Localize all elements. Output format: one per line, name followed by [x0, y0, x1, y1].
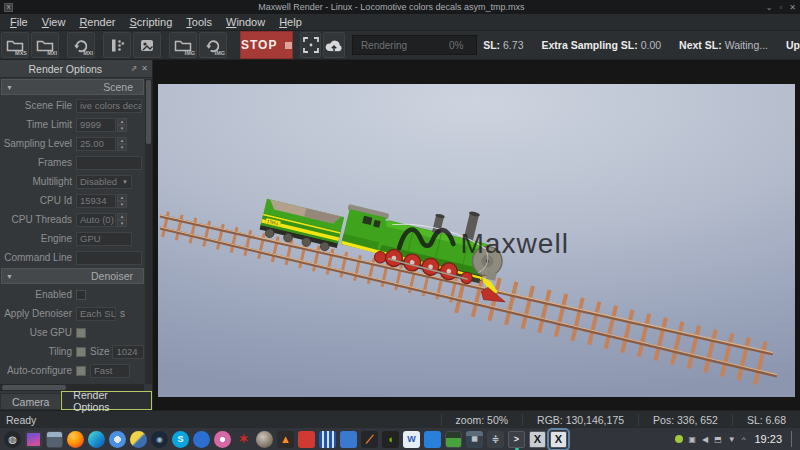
playonlinux-icon[interactable]: [130, 431, 147, 448]
multilight-editor-button[interactable]: [103, 32, 131, 58]
tab-camera[interactable]: Camera: [0, 393, 61, 410]
time-limit-input[interactable]: 9999: [76, 118, 116, 132]
display-settings-icon[interactable]: [25, 431, 42, 448]
region-brackets-icon: [302, 36, 320, 54]
red-star-app-icon[interactable]: ✶: [235, 431, 252, 448]
sampling-level-row: Sampling Level 25.00 ▲▼: [0, 134, 144, 153]
titlebar[interactable]: X Maxwell Render - Linux - Locomotive co…: [0, 0, 800, 14]
region-render-button[interactable]: [300, 32, 320, 58]
command-line-input[interactable]: [76, 251, 142, 265]
status-sl: SL: 6.68: [732, 414, 800, 426]
cloud-render-button[interactable]: [323, 32, 345, 58]
panel-vertical-scrollbar[interactable]: [145, 79, 152, 384]
open-img-button[interactable]: IMG: [169, 32, 197, 58]
tray-display-icon[interactable]: ⬒: [714, 435, 722, 444]
sampling-level-input[interactable]: 25.00: [76, 137, 116, 151]
cpu-id-spinner[interactable]: ▲▼: [117, 194, 127, 208]
konsole-task-icon[interactable]: >: [508, 431, 525, 448]
panel-header[interactable]: Render Options ⇗ ✕: [0, 60, 152, 78]
maxwell-task-icon[interactable]: X: [529, 431, 546, 448]
app-launcher-icon[interactable]: ◍: [4, 431, 21, 448]
chromium-icon[interactable]: [109, 431, 126, 448]
next-sl-stat: Next SL: Waiting...: [679, 39, 768, 51]
system-monitor-icon[interactable]: [445, 431, 462, 448]
menu-render[interactable]: Render: [72, 15, 122, 29]
resume-img-button[interactable]: IMG: [199, 32, 227, 58]
multilight-dropdown[interactable]: Disabled▼: [76, 175, 132, 189]
kate-editor-icon[interactable]: ⟋: [361, 431, 378, 448]
tray-clipboard-icon[interactable]: ▣: [689, 435, 697, 444]
skype-icon[interactable]: S: [172, 431, 189, 448]
sampling-level-spinner[interactable]: ▲▼: [117, 137, 127, 151]
auto-configure-mode-input[interactable]: Fast: [90, 364, 130, 378]
menu-help[interactable]: Help: [272, 15, 309, 29]
panel-title: Render Options: [0, 63, 131, 75]
edge-browser-icon[interactable]: [88, 431, 105, 448]
menu-tools[interactable]: Tools: [179, 15, 219, 29]
open-mxs-button[interactable]: MXS: [1, 32, 29, 58]
panel-tabs: Camera Render Options: [0, 391, 152, 410]
minimize-button[interactable]: ⌄: [766, 3, 773, 12]
float-panel-icon[interactable]: ⇗: [131, 64, 138, 73]
calculator-icon[interactable]: ▦: [466, 431, 483, 448]
maximize-button[interactable]: ▫: [779, 3, 782, 12]
render-viewport[interactable]: 17964: [153, 60, 800, 410]
settings-sliders-icon[interactable]: ≑: [487, 431, 504, 448]
cpu-id-input[interactable]: 15934: [76, 194, 116, 208]
extra-sampling-stat: Extra Sampling SL: 0.00: [541, 39, 661, 51]
show-desktop-button[interactable]: [791, 431, 796, 447]
steam-icon[interactable]: ◉: [151, 431, 168, 448]
locomotive-render: 17964: [158, 84, 795, 397]
denoiser-section-header[interactable]: ▼ Denoiser: [1, 268, 144, 284]
discover-store-icon[interactable]: [424, 431, 441, 448]
auto-configure-checkbox[interactable]: [76, 366, 86, 376]
gimp-icon[interactable]: [256, 431, 273, 448]
cpu-threads-input[interactable]: Auto (0): [76, 213, 116, 227]
cpu-threads-spinner[interactable]: ▲▼: [117, 213, 127, 227]
vlc-icon[interactable]: ▲: [277, 431, 294, 448]
progress-label: Rendering: [361, 40, 407, 51]
menu-window[interactable]: Window: [219, 15, 272, 29]
menu-view[interactable]: View: [35, 15, 73, 29]
scene-section-header[interactable]: ▼ Scene: [1, 79, 144, 95]
flameshot-icon[interactable]: [298, 431, 315, 448]
documents-app-icon[interactable]: [340, 431, 357, 448]
time-limit-row: Time Limit 9999 ▲▼: [0, 115, 144, 134]
close-button[interactable]: ✕: [789, 3, 796, 12]
menu-scripting[interactable]: Scripting: [123, 15, 180, 29]
track-ties-near: [459, 291, 772, 366]
resume-mxi-button[interactable]: MXI: [67, 32, 95, 58]
stop-render-button[interactable]: STOP: [240, 31, 293, 59]
engine-input[interactable]: GPU: [76, 232, 132, 246]
tiling-checkbox[interactable]: [76, 347, 86, 357]
tab-render-options[interactable]: Render Options: [61, 391, 152, 410]
tray-expand-caret[interactable]: ^: [742, 435, 746, 444]
kdenlive-icon[interactable]: [319, 431, 336, 448]
render-canvas[interactable]: 17964: [158, 84, 795, 397]
media-player-icon[interactable]: [214, 431, 231, 448]
time-limit-spinner[interactable]: ▲▼: [117, 118, 127, 132]
status-pos: Pos: 336, 652: [638, 414, 732, 426]
frames-input[interactable]: [76, 156, 142, 170]
menu-file[interactable]: File: [3, 15, 35, 29]
tray-network-icon[interactable]: ▼: [728, 435, 736, 444]
enabled-checkbox[interactable]: [76, 290, 86, 300]
save-image-button[interactable]: [133, 32, 161, 58]
scene-file-input[interactable]: ive colors deca: [76, 99, 142, 113]
multilight-icon: [109, 38, 125, 53]
window-manager-icon[interactable]: [46, 431, 63, 448]
app-icon: X: [4, 3, 13, 12]
firefox-icon[interactable]: [67, 431, 84, 448]
close-panel-icon[interactable]: ✕: [141, 64, 148, 73]
tray-status-dot[interactable]: [675, 435, 683, 443]
tile-size-input[interactable]: 1024: [112, 345, 144, 359]
tray-volume-icon[interactable]: ◀: [702, 435, 708, 444]
apply-denoiser-dropdown[interactable]: Each SL▼: [76, 307, 116, 321]
nvidia-settings-icon[interactable]: ◖: [382, 431, 399, 448]
open-mxi-button[interactable]: MXI: [31, 32, 59, 58]
maxwell-task-icon-active[interactable]: X: [550, 431, 567, 448]
word-processor-icon[interactable]: W: [403, 431, 420, 448]
clock[interactable]: 19:23: [754, 433, 782, 445]
use-gpu-checkbox[interactable]: [76, 328, 86, 338]
kget-icon[interactable]: [193, 431, 210, 448]
